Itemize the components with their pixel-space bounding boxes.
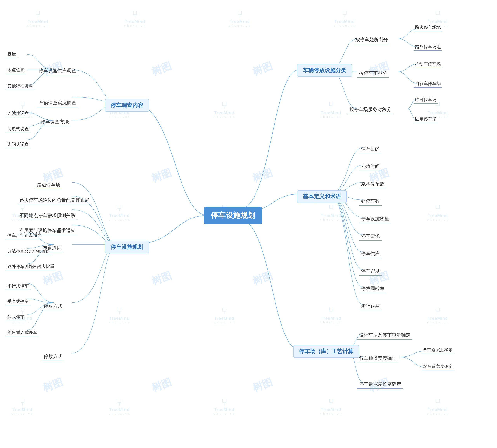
- node-interval-survey[interactable]: 间歇式调查: [6, 125, 30, 133]
- watermark-treemind-15: ⑂ TreeMind s h u t u . c n: [427, 204, 448, 221]
- node-supply-survey[interactable]: 停车设施供应调查: [37, 66, 78, 75]
- node-parking-survey[interactable]: 停车调查内容: [105, 99, 149, 112]
- node-bicycle-parking[interactable]: 自行车停车场: [414, 80, 442, 87]
- node-capacity[interactable]: 容量: [6, 50, 17, 58]
- node-extended-count[interactable]: 延停车数: [359, 197, 382, 206]
- node-parking-density[interactable]: 停车密度: [359, 267, 382, 275]
- node-curb-layout[interactable]: 路边停车场泊位的总量配置其布局: [17, 196, 91, 205]
- watermark-shujiao-9: 树图: [41, 269, 65, 288]
- watermark-treemind-18: ⑂ TreeMind s h u t u . c n: [214, 306, 235, 324]
- node-parking-supply[interactable]: 停车供应: [359, 249, 382, 258]
- node-by-location-type[interactable]: 按停车处所划分: [353, 35, 390, 44]
- watermark-treemind-2: ⑂ TreeMind s h u t u . c n: [124, 10, 146, 27]
- node-double-lane[interactable]: 双车道宽度确定: [421, 363, 454, 370]
- node-continuous-survey[interactable]: 连续性调查: [6, 110, 30, 117]
- watermark-treemind-22: ⑂ TreeMind s h u t u . c n: [109, 398, 130, 415]
- watermark-shujiao-13: 树图: [41, 375, 65, 395]
- node-parking-duration[interactable]: 停放时间: [359, 162, 382, 171]
- node-aisle-width[interactable]: 行车通道宽度确定: [357, 354, 398, 363]
- node-vehicle-classification[interactable]: 车辆停放设施分类: [297, 64, 352, 77]
- node-other-features[interactable]: 其他特征资料: [6, 82, 34, 90]
- node-roadside-parking[interactable]: 路边停车场地: [414, 24, 442, 31]
- watermark-treemind-3: ⑂ TreeMind s h u t u . c n: [229, 10, 250, 27]
- node-perpendicular-parking[interactable]: 垂直式停车: [6, 298, 30, 305]
- watermark-shujiao-14: 树图: [150, 375, 173, 395]
- watermark-treemind-8: ⑂ TreeMind s h u t u . c n: [214, 101, 235, 118]
- node-offstreet-parking[interactable]: 路外停车场地: [414, 43, 442, 51]
- watermark-shujiao-3: 树图: [251, 59, 274, 79]
- node-dispersed[interactable]: 分散布置比集中布置好: [6, 247, 52, 255]
- node-diagonal-parking[interactable]: 斜角插入式停车: [6, 329, 39, 336]
- node-parking-purpose[interactable]: 停车目的: [359, 144, 382, 153]
- watermark-shujiao-10: 树图: [150, 269, 173, 288]
- mindmap-container: ⑂ TreeMind s h u t u . c n ⑂ TreeMind s …: [0, 0, 497, 448]
- node-stall-dimensions[interactable]: 停车带宽度长度确定: [357, 380, 403, 389]
- node-by-service-type[interactable]: 按停车场服务对象分: [348, 105, 393, 114]
- node-different-locations[interactable]: 不同地点停车需求预测关系: [17, 211, 77, 220]
- node-parking-plan[interactable]: 停车设施规划: [105, 240, 149, 253]
- watermark-treemind-1: ⑂ TreeMind s h u t u . c n: [27, 10, 49, 27]
- node-survey-method[interactable]: 停车调查方法: [39, 117, 71, 126]
- watermark-shujiao-7: 树图: [251, 166, 274, 185]
- node-motor-parking[interactable]: 机动车停车场: [414, 61, 442, 68]
- node-basic-definitions[interactable]: 基本定义和术语: [297, 190, 347, 203]
- node-turnover-rate[interactable]: 停放周转率: [359, 284, 386, 293]
- node-offstreet[interactable]: 路边停车场: [35, 180, 62, 189]
- watermark-shujiao-6: 树图: [150, 166, 173, 185]
- watermark-treemind-24: ⑂ TreeMind s h u t u . c n: [320, 398, 342, 415]
- node-location[interactable]: 地点位置: [6, 66, 26, 74]
- node-temp-parking[interactable]: 临时停车场: [414, 96, 438, 104]
- watermark-treemind-19: ⑂ TreeMind s h u t u . c n: [320, 306, 342, 324]
- watermark-treemind-9: ⑂ TreeMind s h u t u . c n: [320, 101, 342, 118]
- watermark-treemind-20: ⑂ TreeMind s h u t u . c n: [427, 306, 448, 324]
- watermark-treemind-4: ⑂ TreeMind s h u t u . c n: [334, 10, 355, 27]
- node-cumulative-count[interactable]: 累积停车数: [359, 179, 386, 188]
- watermark-treemind-23: ⑂ TreeMind s h u t u . c n: [214, 398, 235, 415]
- watermark-shujiao-2: 树图: [150, 59, 173, 79]
- node-by-vehicle-type[interactable]: 按停车车型分: [357, 69, 389, 78]
- node-parking-mode-bottom[interactable]: 停放方式: [42, 352, 64, 361]
- watermark-shujiao-15: 树图: [251, 375, 274, 395]
- node-parallel-parking[interactable]: 平行式停车: [6, 282, 30, 290]
- node-fixed-parking[interactable]: 固定停车场: [414, 115, 438, 123]
- watermark-treemind-25: ⑂ TreeMind s h u t u . c n: [427, 398, 448, 415]
- node-single-lane[interactable]: 单车道宽度确定: [421, 346, 454, 354]
- node-offstreet-dominant[interactable]: 路外停车设施应占大比重: [6, 263, 56, 271]
- node-inquiry-survey[interactable]: 询问式调查: [6, 141, 30, 148]
- watermark-treemind-14: ⑂ TreeMind s h u t u . c n: [320, 204, 342, 221]
- node-parking-calculation[interactable]: 停车场（库）工艺计算: [293, 345, 359, 358]
- watermark-treemind-12: ⑂ TreeMind s h u t u . c n: [109, 204, 130, 221]
- watermark-treemind-21: ⑂ TreeMind s h u t u . c n: [12, 398, 33, 415]
- central-node[interactable]: 停车设施规划: [204, 207, 262, 224]
- node-actual-survey[interactable]: 车辆停放实况调查: [37, 98, 78, 107]
- node-facility-capacity[interactable]: 停车设施容量: [359, 214, 391, 223]
- node-walking-distance[interactable]: 步行距离: [359, 302, 382, 310]
- watermark-treemind-17: ⑂ TreeMind s h u t u . c n: [109, 306, 130, 324]
- node-design-capacity[interactable]: 设计车型及停车容量确定: [357, 331, 412, 339]
- node-walk-distance[interactable]: 停车步行距离适当: [6, 232, 43, 240]
- watermark-shujiao-11: 树图: [251, 269, 274, 288]
- node-angled-parking[interactable]: 斜式停车: [6, 313, 26, 321]
- node-parking-demand[interactable]: 停车需求: [359, 232, 382, 240]
- node-parking-mode[interactable]: 停放方式: [42, 302, 64, 310]
